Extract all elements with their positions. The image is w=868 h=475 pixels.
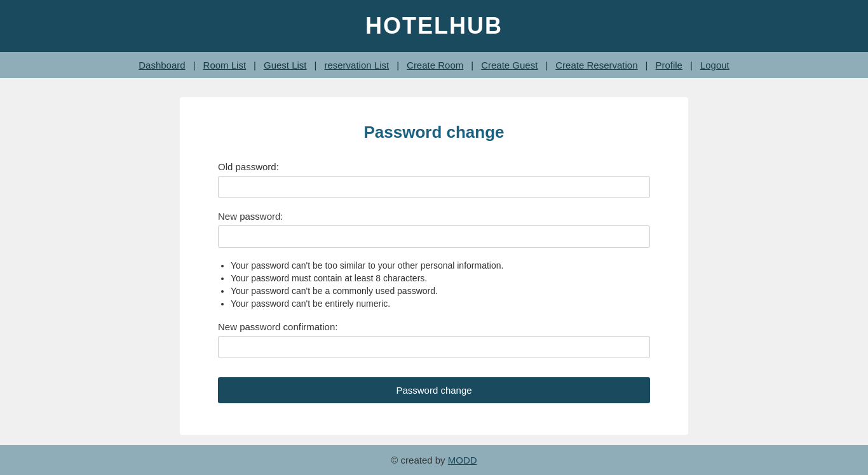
nav-room-list[interactable]: Room List [196, 58, 254, 72]
hint-1: Your password can't be too similar to yo… [231, 260, 650, 271]
confirm-password-input[interactable] [218, 336, 650, 358]
password-change-card: Password change Old password: New passwo… [180, 97, 688, 435]
hint-2: Your password must contain at least 8 ch… [231, 273, 650, 283]
nav-create-room[interactable]: Create Room [399, 58, 471, 72]
nav-create-reservation[interactable]: Create Reservation [548, 58, 645, 72]
old-password-input[interactable] [218, 176, 650, 198]
nav-dashboard[interactable]: Dashboard [131, 58, 193, 72]
site-header: HOTELHUB [0, 0, 868, 52]
footer-text: © created by [391, 455, 445, 465]
old-password-label: Old password: [218, 161, 650, 172]
new-password-label: New password: [218, 211, 650, 222]
main-nav: Dashboard | Room List | Guest List | res… [0, 52, 868, 78]
password-hints-list: Your password can't be too similar to yo… [218, 260, 650, 309]
nav-reservation-list[interactable]: reservation List [316, 58, 397, 72]
site-title: HOTELHUB [365, 13, 503, 39]
new-password-group: New password: [218, 211, 650, 248]
form-title: Password change [218, 123, 650, 142]
hint-4: Your password can't be entirely numeric. [231, 298, 650, 309]
confirm-password-label: New password confirmation: [218, 321, 650, 332]
hint-3: Your password can't be a commonly used p… [231, 286, 650, 296]
site-footer: © created by MODD [0, 445, 868, 475]
footer-link[interactable]: MODD [448, 455, 477, 465]
nav-guest-list[interactable]: Guest List [256, 58, 315, 72]
nav-create-guest[interactable]: Create Guest [473, 58, 545, 72]
submit-button[interactable]: Password change [218, 377, 650, 403]
old-password-group: Old password: [218, 161, 650, 198]
nav-logout[interactable]: Logout [693, 58, 737, 72]
confirm-password-group: New password confirmation: [218, 321, 650, 358]
nav-profile[interactable]: Profile [648, 58, 690, 72]
main-content: Password change Old password: New passwo… [0, 78, 868, 454]
new-password-input[interactable] [218, 225, 650, 248]
